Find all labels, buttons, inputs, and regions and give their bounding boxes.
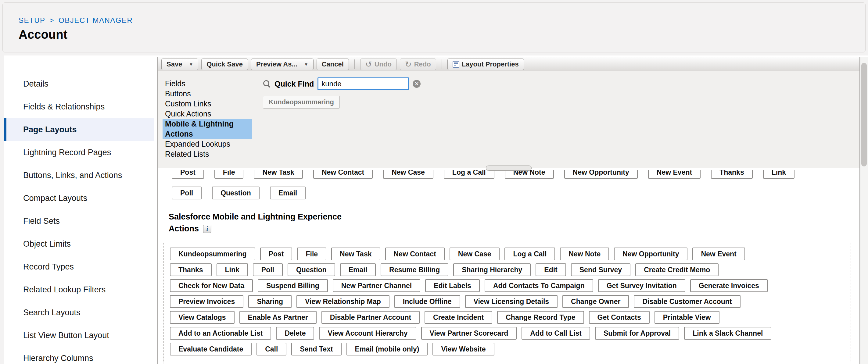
redo-button[interactable]: ↻ Redo	[400, 59, 436, 70]
sidebar-item-hierarchy-columns[interactable]: Hierarchy Columns	[4, 347, 154, 364]
preview-as-button[interactable]: Preview As... ▼	[251, 59, 313, 70]
action-chip-sharing[interactable]: Sharing	[248, 295, 291, 308]
action-chip-add-contacts-to-campaign[interactable]: Add Contacts To Campaign	[485, 279, 593, 292]
action-chip-new-opportunity[interactable]: New Opportunity	[614, 247, 687, 260]
action-chip-new-case[interactable]: New Case	[450, 247, 500, 260]
action-chip-printable-view[interactable]: Printable View	[654, 311, 719, 324]
action-chip-view-relationship-map[interactable]: View Relationship Map	[297, 295, 390, 308]
sidebar-item-related-lookup-filters[interactable]: Related Lookup Filters	[4, 278, 154, 301]
action-chip-add-to-an-actionable-list[interactable]: Add to an Actionable List	[170, 327, 271, 340]
action-chip-get-contacts[interactable]: Get Contacts	[589, 311, 650, 324]
action-chip-thanks[interactable]: Thanks	[170, 263, 212, 276]
sidebar-item-fields-relationships[interactable]: Fields & Relationships	[4, 95, 154, 118]
action-chip-edit-labels[interactable]: Edit Labels	[425, 279, 480, 292]
action-chip-preview-invoices[interactable]: Preview Invoices	[170, 295, 243, 308]
action-chip-email-mobile-only[interactable]: Email (mobile only)	[346, 343, 428, 356]
palette-category-related-lists[interactable]: Related Lists	[162, 149, 252, 159]
sidebar-item-field-sets[interactable]: Field Sets	[4, 210, 154, 233]
sidebar-item-compact-layouts[interactable]: Compact Layouts	[4, 187, 154, 210]
action-chip-log-a-call[interactable]: Log a Call	[444, 170, 494, 179]
action-chip-create-incident[interactable]: Create Incident	[425, 311, 492, 324]
action-chip-email[interactable]: Email	[270, 187, 306, 199]
action-chip-poll[interactable]: Poll	[253, 263, 283, 276]
sidebar-item-lightning-record-pages[interactable]: Lightning Record Pages	[4, 141, 154, 164]
action-chip-create-credit-memo[interactable]: Create Credit Memo	[635, 263, 718, 276]
action-chip-get-survey-invitation[interactable]: Get Survey Invitation	[598, 279, 685, 292]
action-chip-view-account-hierarchy[interactable]: View Account Hierarchy	[319, 327, 416, 340]
action-chip-include-offline[interactable]: Include Offline	[394, 295, 460, 308]
action-chip-check-for-new-data[interactable]: Check for New Data	[170, 279, 253, 292]
palette-category-buttons[interactable]: Buttons	[162, 89, 252, 99]
action-chip-new-opportunity[interactable]: New Opportunity	[564, 170, 638, 179]
action-chip-new-partner-channel[interactable]: New Partner Channel	[333, 279, 420, 292]
action-chip-enable-as-partner[interactable]: Enable As Partner	[240, 311, 317, 324]
action-chip-add-to-call-list[interactable]: Add to Call List	[522, 327, 590, 340]
preview-as-dropdown-arrow-icon[interactable]: ▼	[301, 62, 308, 67]
quick-save-button[interactable]: Quick Save	[201, 59, 248, 70]
action-chip-new-note[interactable]: New Note	[505, 170, 554, 179]
action-chip-poll[interactable]: Poll	[172, 187, 202, 199]
action-chip-new-event[interactable]: New Event	[648, 170, 701, 179]
action-chip-submit-for-approval[interactable]: Submit for Approval	[595, 327, 679, 340]
sidebar-item-buttons-links-and-actions[interactable]: Buttons, Links, and Actions	[4, 164, 154, 187]
layout-properties-button[interactable]: Layout Properties	[447, 59, 524, 70]
action-chip-log-a-call[interactable]: Log a Call	[504, 247, 555, 260]
action-chip-edit[interactable]: Edit	[535, 263, 566, 276]
breadcrumb-setup-link[interactable]: SETUP	[19, 16, 45, 25]
action-chip-new-event[interactable]: New Event	[692, 247, 745, 260]
action-chip-kundeopsummering[interactable]: Kundeopsummering	[170, 247, 255, 260]
palette-category-expanded-lookups[interactable]: Expanded Lookups	[162, 139, 252, 149]
action-chip-suspend-billing[interactable]: Suspend Billing	[258, 279, 328, 292]
action-chip-view-partner-scorecard[interactable]: View Partner Scorecard	[421, 327, 517, 340]
action-chip-evaluate-candidate[interactable]: Evaluate Candidate	[170, 343, 252, 356]
palette-category-custom-links[interactable]: Custom Links	[162, 99, 252, 109]
action-chip-new-contact[interactable]: New Contact	[385, 247, 445, 260]
palette-category-mobile-lightning-actions[interactable]: Mobile & Lightning Actions	[162, 119, 252, 139]
action-chip-question[interactable]: Question	[212, 187, 259, 199]
undo-button[interactable]: ↺ Undo	[360, 59, 397, 70]
action-chip-view-catalogs[interactable]: View Catalogs	[170, 311, 235, 324]
clear-search-icon[interactable]: ✕	[413, 80, 421, 88]
action-chip-question[interactable]: Question	[288, 263, 335, 276]
action-chip-post[interactable]: Post	[172, 170, 204, 179]
sidebar-item-page-layouts[interactable]: Page Layouts	[4, 118, 154, 141]
vertical-scrollbar[interactable]	[860, 57, 868, 364]
sidebar-item-search-layouts[interactable]: Search Layouts	[4, 301, 154, 324]
info-icon[interactable]: i	[203, 225, 211, 233]
action-chip-call[interactable]: Call	[256, 343, 286, 356]
action-chip-send-text[interactable]: Send Text	[291, 343, 341, 356]
action-chip-delete[interactable]: Delete	[276, 327, 314, 340]
save-dropdown-arrow-icon[interactable]: ▼	[186, 62, 193, 67]
cancel-button[interactable]: Cancel	[317, 59, 349, 70]
action-chip-link[interactable]: Link	[763, 170, 795, 179]
quick-find-input[interactable]	[317, 77, 409, 90]
scrollbar-thumb[interactable]	[861, 63, 867, 166]
sidebar-item-object-limits[interactable]: Object Limits	[4, 233, 154, 256]
action-chip-file[interactable]: File	[297, 247, 326, 260]
action-chip-file[interactable]: File	[214, 170, 244, 179]
breadcrumb-object-manager-link[interactable]: OBJECT MANAGER	[59, 16, 133, 25]
action-chip-sharing-hierarchy[interactable]: Sharing Hierarchy	[453, 263, 531, 276]
action-chip-view-website[interactable]: View Website	[432, 343, 494, 356]
action-chip-change-record-type[interactable]: Change Record Type	[497, 311, 584, 324]
palette-category-quick-actions[interactable]: Quick Actions	[162, 109, 252, 119]
palette-category-fields[interactable]: Fields	[162, 79, 252, 89]
action-chip-thanks[interactable]: Thanks	[711, 170, 753, 179]
sidebar-item-list-view-button-layout[interactable]: List View Button Layout	[4, 324, 154, 347]
save-button[interactable]: Save ▼	[161, 59, 198, 70]
palette-item-kundeopsummering[interactable]: Kundeopsummering	[263, 96, 340, 108]
palette-resize-handle[interactable]	[486, 166, 532, 171]
action-chip-view-licensing-details[interactable]: View Licensing Details	[465, 295, 558, 308]
action-chip-new-contact[interactable]: New Contact	[313, 170, 373, 179]
action-chip-new-case[interactable]: New Case	[383, 170, 433, 179]
action-chip-disable-customer-account[interactable]: Disable Customer Account	[634, 295, 740, 308]
action-chip-new-note[interactable]: New Note	[560, 247, 609, 260]
action-chip-new-task[interactable]: New Task	[331, 247, 380, 260]
action-chip-link[interactable]: Link	[217, 263, 248, 276]
action-chip-generate-invoices[interactable]: Generate Invoices	[690, 279, 768, 292]
action-chip-change-owner[interactable]: Change Owner	[562, 295, 629, 308]
action-chip-new-task[interactable]: New Task	[254, 170, 303, 179]
action-chip-post[interactable]: Post	[260, 247, 292, 260]
sidebar-item-details[interactable]: Details	[4, 72, 154, 95]
action-chip-send-survey[interactable]: Send Survey	[571, 263, 630, 276]
